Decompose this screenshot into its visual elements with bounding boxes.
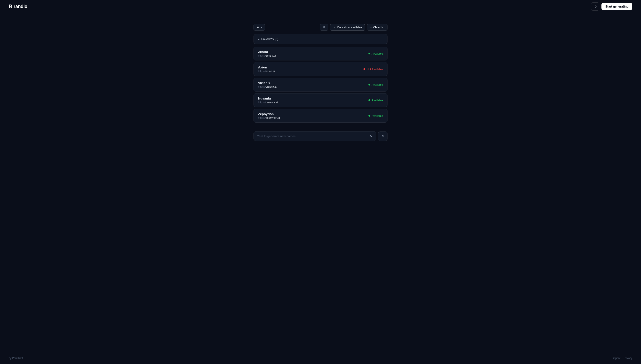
domain-row[interactable]: Axion https://axion.ai Not Available <box>253 62 388 76</box>
tld-selector[interactable]: .ai ▾ <box>253 24 265 31</box>
domain-url: https://axion.ai <box>258 70 275 73</box>
domain-name: Zentra <box>258 50 276 54</box>
domain-info: Zentra https://zentra.ai <box>258 50 276 57</box>
status-dot <box>369 115 370 116</box>
start-generating-button[interactable]: Start generating <box>601 3 632 10</box>
domain-url: https://vizionix.ai <box>258 85 277 88</box>
domain-url-domain: axion.ai <box>266 70 275 73</box>
send-button[interactable]: ➤ <box>369 134 373 138</box>
logo-icon: B <box>9 4 12 10</box>
domain-info: Vizionix https://vizionix.ai <box>258 81 277 88</box>
list-icon: ≡ <box>370 26 372 29</box>
status-label: Available <box>372 83 383 86</box>
copy-button[interactable]: ⧉ <box>320 24 328 31</box>
domain-name: Vizionix <box>258 81 277 85</box>
logo: Brandix <box>9 4 27 10</box>
main-content: .ai ▾ ⧉ ✓ Only show available ≡ ClearLis… <box>0 13 641 352</box>
status-label: Not Available <box>367 68 383 71</box>
only-show-available-button[interactable]: ✓ Only show available <box>330 24 365 31</box>
favorites-label: Favorites (3) <box>261 37 278 41</box>
domain-info: Axion https://axion.ai <box>258 66 275 73</box>
toolbar: .ai ▾ ⧉ ✓ Only show available ≡ ClearLis… <box>253 24 388 31</box>
status-badge: Available <box>369 114 383 118</box>
domain-list: Zentra https://zentra.ai Available Axion… <box>253 47 388 123</box>
domain-url-domain: zentra.ai <box>266 54 276 57</box>
status-dot <box>369 84 370 86</box>
tld-value: .ai <box>256 26 259 29</box>
copy-icon: ⧉ <box>323 26 325 29</box>
domain-row[interactable]: Nuvanta https://nuvanta.ai Available <box>253 93 388 107</box>
status-dot <box>369 99 370 101</box>
content-wrapper: .ai ▾ ⧉ ✓ Only show available ≡ ClearLis… <box>253 24 388 123</box>
chat-area: ➤ ↻ <box>253 131 388 141</box>
navbar: Brandix ☽ Start generating <box>0 0 641 13</box>
theme-toggle-button[interactable]: ☽ <box>591 2 599 10</box>
domain-row[interactable]: Zentra https://zentra.ai Available <box>253 47 388 60</box>
domain-url-domain: vizionix.ai <box>266 85 277 88</box>
domain-url-domain: nuvanta.ai <box>266 101 278 104</box>
domain-row[interactable]: Zephyrion https://zephyrion.ai Available <box>253 109 388 123</box>
status-badge: Available <box>369 99 383 102</box>
refresh-button[interactable]: ↻ <box>378 132 388 141</box>
only-show-available-label: Only show available <box>337 26 362 29</box>
toolbar-actions: ⧉ ✓ Only show available ≡ ClearList <box>320 24 388 31</box>
domain-name: Nuvanta <box>258 96 278 100</box>
chat-input-wrapper: ➤ <box>253 131 376 141</box>
domain-url: https://zentra.ai <box>258 54 276 57</box>
domain-info: Zephyrion https://zephyrion.ai <box>258 112 280 120</box>
refresh-icon: ↻ <box>382 134 384 138</box>
domain-name: Axion <box>258 66 275 69</box>
domain-url: https://zephyrion.ai <box>258 116 280 120</box>
logo-text: randix <box>14 4 27 9</box>
chevron-down-icon: ▾ <box>261 26 262 29</box>
status-badge: Available <box>369 83 383 86</box>
moon-icon: ☽ <box>594 4 597 8</box>
status-dot <box>369 53 370 54</box>
domain-url-domain: zephyrion.ai <box>266 116 280 120</box>
nav-actions: ☽ Start generating <box>591 2 632 10</box>
domain-row[interactable]: Vizionix https://vizionix.ai Available <box>253 78 388 92</box>
chat-input[interactable] <box>257 134 367 138</box>
privacy-link[interactable]: Privacy <box>624 357 632 360</box>
footer: by Pau Kraft Imprint Privacy <box>0 352 641 364</box>
domain-name: Zephyrion <box>258 112 280 116</box>
domain-url: https://nuvanta.ai <box>258 101 278 104</box>
chevron-right-icon: ▶ <box>258 38 259 40</box>
domain-info: Nuvanta https://nuvanta.ai <box>258 96 278 104</box>
footer-links: Imprint Privacy <box>612 357 632 360</box>
status-label: Available <box>372 114 383 118</box>
clear-list-button[interactable]: ≡ ClearList <box>367 24 388 31</box>
status-badge: Available <box>369 52 383 55</box>
clear-list-label: ClearList <box>373 26 384 29</box>
status-label: Available <box>372 99 383 102</box>
checkmark-icon: ✓ <box>333 26 336 29</box>
imprint-link[interactable]: Imprint <box>612 357 620 360</box>
favorites-row[interactable]: ▶ Favorites (3) <box>253 34 388 44</box>
status-badge: Not Available <box>364 68 383 71</box>
status-dot <box>364 68 365 70</box>
send-icon: ➤ <box>370 134 373 138</box>
attribution: by Pau Kraft <box>9 357 23 360</box>
status-label: Available <box>372 52 383 55</box>
